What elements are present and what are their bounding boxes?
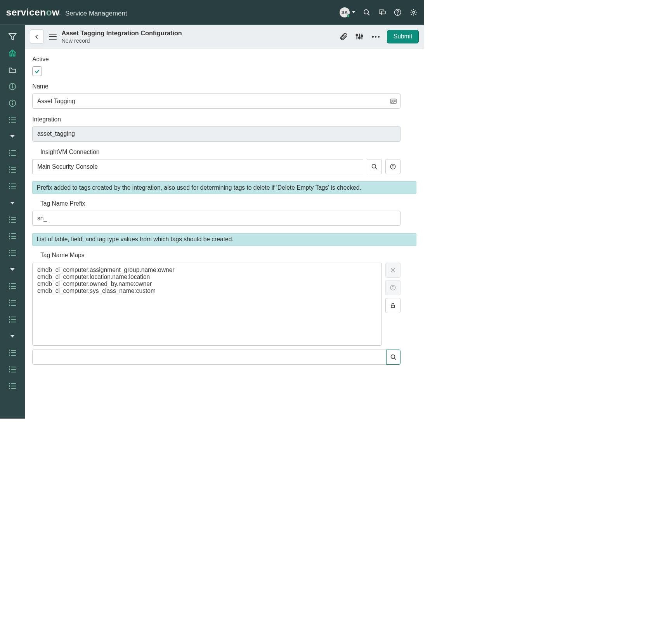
nav-collapse-icon-4[interactable] [0, 328, 25, 345]
connection-label-text: InsightVM Connection [40, 149, 100, 156]
nav-folder-icon[interactable] [0, 62, 25, 78]
nav-list-icon-5[interactable] [0, 211, 25, 228]
nav-info-icon-2[interactable] [0, 95, 25, 111]
form-body: Active Name Integration [25, 48, 424, 377]
maps-lock-icon[interactable] [385, 298, 401, 313]
connection-input[interactable] [32, 159, 363, 174]
nav-home-icon[interactable] [0, 45, 25, 62]
svg-point-33 [393, 286, 393, 287]
back-button[interactable] [30, 29, 44, 43]
maps-clear-icon[interactable] [385, 263, 401, 278]
required-star-icon [32, 252, 38, 259]
nav-info-icon-1[interactable] [0, 78, 25, 95]
maps-search-icon[interactable] [386, 350, 401, 365]
nav-list-icon-2[interactable] [0, 145, 25, 161]
field-integration: Integration [32, 116, 401, 142]
prefix-label-text: Tag Name Prefix [40, 200, 85, 207]
nav-list-icon-3[interactable] [0, 161, 25, 178]
brand-logo: servicenow. [6, 7, 61, 18]
name-label: Name [32, 83, 401, 90]
svg-point-24 [372, 164, 376, 168]
nav-list-icon-7[interactable] [0, 244, 25, 261]
active-label: Active [32, 56, 401, 63]
nav-list-icon-10[interactable] [0, 311, 25, 328]
nav-list-icon-13[interactable] [0, 378, 25, 395]
name-card-icon[interactable] [390, 97, 397, 105]
chat-icon[interactable] [378, 8, 387, 16]
submit-button[interactable]: Submit [387, 30, 419, 44]
nav-list-icon-12[interactable] [0, 361, 25, 378]
nav-list-icon-1[interactable] [0, 111, 25, 128]
nav-filter-icon[interactable] [0, 28, 25, 45]
field-name: Name [32, 83, 401, 109]
brand-block: servicenow. Service Management [6, 7, 127, 18]
required-star-icon [32, 200, 38, 207]
nav-list-icon-4[interactable] [0, 178, 25, 195]
field-maps: Tag Name Maps [32, 252, 401, 365]
content-area: Asset Tagging Integration Configuration … [25, 25, 424, 419]
nav-collapse-icon-2[interactable] [0, 195, 25, 211]
avatar-initials: SA [342, 10, 348, 15]
integration-input [32, 126, 401, 142]
chevron-down-icon [352, 11, 355, 13]
nav-list-icon-9[interactable] [0, 294, 25, 311]
avatar: SA [340, 7, 350, 17]
top-header-right: SA [340, 7, 418, 17]
maps-info-icon[interactable] [385, 280, 401, 295]
maps-label: Tag Name Maps [32, 252, 401, 259]
brand-text-n: n [40, 7, 46, 18]
svg-point-13 [12, 101, 13, 102]
brand-text-suffix: w [52, 7, 60, 18]
personalize-form-icon[interactable] [355, 32, 364, 42]
left-nav-rail [0, 25, 25, 419]
prefix-input[interactable] [32, 211, 401, 226]
svg-line-36 [394, 358, 396, 360]
svg-point-6 [413, 11, 414, 13]
brand-text-o: o [46, 7, 52, 18]
svg-rect-17 [356, 35, 358, 36]
prefix-info-banner: Prefix added to tags created by the inte… [32, 181, 416, 194]
nav-list-icon-6[interactable] [0, 228, 25, 244]
user-menu[interactable]: SA [340, 7, 355, 17]
page-subtitle: New record [62, 38, 182, 44]
page-header: Asset Tagging Integration Configuration … [25, 25, 424, 48]
connection-lookup-icon[interactable] [367, 159, 382, 174]
svg-point-0 [364, 10, 368, 14]
svg-rect-3 [381, 11, 385, 14]
svg-point-10 [12, 85, 13, 85]
nav-collapse-icon-3[interactable] [0, 261, 25, 278]
maps-label-text: Tag Name Maps [40, 252, 85, 259]
svg-rect-18 [359, 37, 361, 38]
maps-info-banner: List of table, field, and tag type value… [32, 233, 416, 246]
brand-subtitle: Service Management [65, 10, 127, 17]
connection-info-icon[interactable] [385, 159, 401, 174]
more-options-icon[interactable] [371, 32, 381, 42]
connection-label: InsightVM Connection [32, 149, 401, 156]
brand-dot: . [59, 12, 61, 16]
global-search-icon[interactable] [362, 8, 371, 16]
svg-point-7 [12, 52, 13, 52]
active-checkbox[interactable] [32, 66, 42, 76]
nav-list-icon-8[interactable] [0, 278, 25, 294]
svg-point-35 [391, 355, 395, 359]
svg-rect-34 [391, 305, 394, 307]
help-icon[interactable] [394, 8, 402, 16]
maps-side-buttons [385, 263, 401, 313]
field-prefix: Tag Name Prefix [32, 200, 401, 226]
nav-collapse-icon-1[interactable] [0, 128, 25, 145]
field-connection: InsightVM Connection [32, 149, 401, 174]
field-active: Active [32, 56, 401, 76]
attachments-icon[interactable] [339, 32, 349, 42]
nav-list-icon-11[interactable] [0, 345, 25, 361]
settings-icon[interactable] [409, 8, 418, 16]
top-header: servicenow. Service Management SA [0, 0, 424, 25]
svg-rect-19 [361, 36, 363, 37]
maps-search-input[interactable] [32, 350, 386, 365]
integration-label: Integration [32, 116, 401, 123]
name-input[interactable] [32, 93, 401, 109]
form-menu-icon[interactable] [47, 32, 58, 41]
maps-textarea[interactable] [32, 263, 382, 346]
svg-line-25 [375, 168, 377, 170]
svg-point-5 [397, 14, 398, 14]
prefix-label: Tag Name Prefix [32, 200, 401, 207]
